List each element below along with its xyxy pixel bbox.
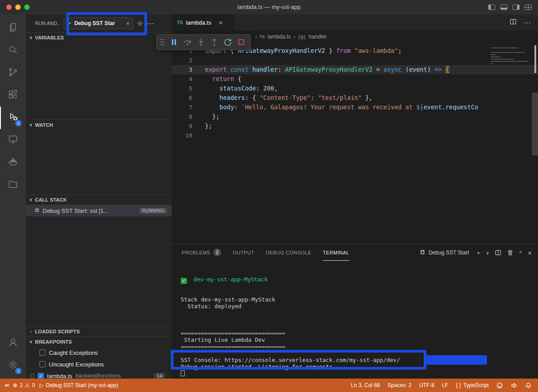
- code-line[interactable]: 9};: [172, 121, 538, 131]
- code-line[interactable]: 10: [172, 131, 538, 140]
- activity-settings[interactable]: 1: [0, 354, 26, 377]
- activity-bar-bottom: 1: [0, 332, 26, 379]
- panel-actions: Debug SST Start + ∨ ^ ×: [419, 249, 532, 257]
- breakpoint-row[interactable]: Uncaught Exceptions: [26, 358, 172, 370]
- customize-layout-icon[interactable]: [525, 4, 532, 10]
- warning-icon: ⚠: [25, 382, 30, 388]
- code-area[interactable]: 1import { APIGatewayProxyHandlerV2 } fro…: [172, 43, 538, 244]
- problems-counter[interactable]: ⊗ 2 ⚠ 0: [13, 382, 35, 388]
- panel-tab-terminal[interactable]: TERMINAL: [323, 245, 349, 261]
- panel-tab-problems[interactable]: PROBLEMS2: [182, 245, 221, 261]
- remote-indicator[interactable]: ><: [4, 383, 9, 388]
- code-line[interactable]: 2: [172, 56, 538, 65]
- terminal-session-indicator[interactable]: Debug SST Start: [419, 249, 469, 257]
- more-actions-icon[interactable]: ⋯: [147, 19, 154, 28]
- activity-run-and-debug[interactable]: 1: [0, 107, 26, 129]
- panel-tab-output[interactable]: OUTPUT: [233, 245, 254, 261]
- activity-extensions[interactable]: [0, 84, 26, 107]
- kill-terminal-icon[interactable]: [507, 250, 513, 256]
- step-out-button[interactable]: [208, 36, 220, 48]
- panel-tab-debug-console[interactable]: DEBUG CONSOLE: [266, 245, 311, 261]
- line-number[interactable]: 5: [172, 84, 192, 93]
- activity-source-control[interactable]: [0, 62, 26, 84]
- toggle-panel-icon[interactable]: [500, 4, 508, 10]
- cursor-position[interactable]: Ln 3, Col 68: [351, 382, 380, 388]
- new-terminal-button[interactable]: +: [477, 250, 480, 256]
- breakpoint-checkbox[interactable]: [39, 361, 46, 367]
- terminal-dropdown-icon[interactable]: ∨: [486, 250, 489, 255]
- breakpoint-checkbox[interactable]: ✓: [38, 373, 44, 379]
- megaphone-icon[interactable]: [511, 382, 517, 389]
- breadcrumb-file[interactable]: lambda.ts: [268, 34, 291, 40]
- activity-folders[interactable]: [0, 174, 26, 196]
- code-line[interactable]: 4 return {: [172, 74, 538, 84]
- restart-button[interactable]: [221, 36, 234, 48]
- minimize-window-button[interactable]: [15, 4, 21, 10]
- close-panel-icon[interactable]: ×: [528, 249, 532, 257]
- loaded-scripts-section-header[interactable]: › LOADED SCRIPTS: [26, 327, 172, 336]
- editor-scrollbar[interactable]: [532, 93, 538, 155]
- code-line[interactable]: 6 headers: { "Content-Type": "text/plain…: [172, 93, 538, 103]
- more-actions-icon[interactable]: ⋯: [524, 18, 531, 27]
- chevron-down-icon: ∨: [29, 340, 33, 344]
- activity-remote-explorer[interactable]: [0, 129, 26, 151]
- pause-button[interactable]: [168, 36, 180, 48]
- breakpoint-row[interactable]: Caught Exceptions: [26, 347, 172, 358]
- overview-ruler-mark: [534, 45, 536, 73]
- line-number[interactable]: 2: [172, 56, 192, 65]
- step-over-button[interactable]: [181, 36, 193, 48]
- close-tab-icon[interactable]: ×: [219, 19, 222, 26]
- watch-section-header[interactable]: ∨ WATCH: [26, 120, 172, 130]
- breakpoint-row[interactable]: ✓lambda.tsbackend/functions14: [26, 370, 172, 379]
- eol[interactable]: LF: [442, 382, 448, 388]
- close-window-button[interactable]: [6, 4, 12, 10]
- debug-target[interactable]: ▷ Debug SST Start (my-sst-app): [39, 382, 118, 388]
- toggle-sidebar-icon[interactable]: [488, 4, 495, 10]
- zoom-window-button[interactable]: [24, 4, 30, 10]
- stop-button[interactable]: [235, 36, 247, 48]
- feedback-smiley-icon[interactable]: [496, 382, 503, 389]
- call-stack-section-header[interactable]: ∨ CALL STACK: [26, 195, 172, 205]
- activity-docker[interactable]: [0, 151, 26, 174]
- tab-lambda-ts[interactable]: TS lambda.ts ×: [172, 14, 234, 31]
- editor-group-actions: ⋯: [510, 14, 538, 31]
- activity-bar: 1 1: [0, 14, 26, 379]
- breadcrumb-symbol[interactable]: handler: [309, 34, 327, 40]
- language-mode[interactable]: { } TypeScript: [456, 382, 489, 388]
- line-number[interactable]: 6: [172, 93, 192, 103]
- line-text: export const handler: APIGatewayProxyHan…: [192, 65, 449, 74]
- maximize-panel-icon[interactable]: ^: [519, 250, 522, 256]
- breakpoint-checkbox[interactable]: [39, 349, 46, 356]
- bell-icon[interactable]: [525, 382, 532, 389]
- line-number[interactable]: 9: [172, 121, 192, 131]
- breakpoints-section: ∨ BREAKPOINTS Caught ExceptionsUncaught …: [26, 336, 172, 379]
- split-editor-icon[interactable]: [510, 18, 516, 27]
- typescript-file-icon: TS: [260, 34, 265, 39]
- traffic-lights: [6, 4, 30, 10]
- breakpoints-section-header[interactable]: ∨ BREAKPOINTS: [26, 337, 172, 347]
- encoding[interactable]: UTF-8: [419, 382, 434, 388]
- step-into-button[interactable]: [195, 36, 207, 48]
- split-terminal-icon[interactable]: [495, 250, 501, 256]
- code-line[interactable]: 8 };: [172, 112, 538, 121]
- panel-tab-label: DEBUG CONSOLE: [266, 250, 311, 255]
- line-number[interactable]: 8: [172, 112, 192, 121]
- code-line[interactable]: 5 statusCode: 200,: [172, 84, 538, 93]
- line-number[interactable]: 4: [172, 74, 192, 84]
- redaction-box: [424, 355, 487, 365]
- code-line[interactable]: 7 body: `Hello, Galapagos! Your request …: [172, 103, 538, 112]
- activity-accounts[interactable]: [0, 332, 26, 354]
- toggle-secondary-sidebar-icon[interactable]: [512, 4, 520, 10]
- annotation-box-sst-console: [171, 350, 426, 370]
- call-stack-session-row[interactable]: Debug SST Start: sst [1... RUNNING: [26, 205, 172, 216]
- indentation[interactable]: Spaces: 2: [388, 382, 412, 388]
- activity-explorer[interactable]: [0, 17, 26, 39]
- activity-search[interactable]: [0, 39, 26, 62]
- chevron-down-icon: ∨: [29, 123, 33, 127]
- line-number[interactable]: 3: [172, 65, 192, 74]
- line-number[interactable]: 7: [172, 103, 192, 112]
- toolbar-drag-handle[interactable]: [160, 38, 165, 46]
- minimap[interactable]: [490, 46, 532, 70]
- code-line[interactable]: 3export const handler: APIGatewayProxyHa…: [172, 65, 538, 74]
- line-number[interactable]: 10: [172, 131, 192, 140]
